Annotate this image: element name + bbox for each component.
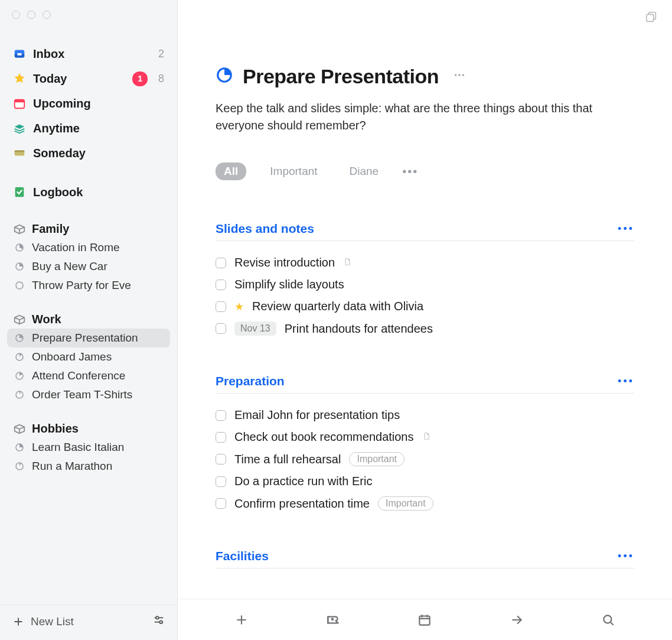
task-row[interactable]: Email John for presentation tips <box>216 404 634 426</box>
project-prepare-presentation[interactable]: Prepare Presentation <box>7 329 170 347</box>
task-checkbox[interactable] <box>216 280 226 290</box>
sidebar-item-anytime[interactable]: Anytime <box>7 116 170 141</box>
section-more-button[interactable]: ••• <box>618 223 634 235</box>
task-checkbox[interactable] <box>216 454 226 464</box>
sidebar-item-label: Inbox <box>33 45 151 63</box>
section-header[interactable]: Facilities ••• <box>216 549 634 568</box>
sidebar-item-today[interactable]: Today 1 8 <box>7 66 170 91</box>
task-checkbox[interactable] <box>216 410 226 421</box>
project-throw-party-for-eve[interactable]: Throw Party for Eve <box>7 276 170 295</box>
new-todo-button[interactable] <box>224 612 259 628</box>
svg-rect-20 <box>647 14 654 21</box>
new-heading-button[interactable] <box>315 612 351 628</box>
project-progress-icon <box>13 460 26 473</box>
sidebar-item-count: 2 <box>158 46 164 62</box>
filter-chip-all[interactable]: All <box>216 163 246 180</box>
filter-chip-important[interactable]: Important <box>262 163 325 180</box>
project-label: Order Team T-Shirts <box>32 388 164 401</box>
task-row[interactable]: Do a practice run with Eric <box>216 470 634 492</box>
minimize-window-button[interactable] <box>27 11 35 19</box>
sidebar-item-upcoming[interactable]: Upcoming <box>7 91 170 116</box>
settings-button[interactable] <box>152 613 165 629</box>
filter-chip-diane[interactable]: Diane <box>341 163 387 180</box>
task-row[interactable]: Time a full rehearsal Important <box>216 448 634 470</box>
section-more-button[interactable]: ••• <box>618 375 634 388</box>
svg-rect-25 <box>420 616 430 625</box>
section-more-button[interactable]: ••• <box>618 550 634 563</box>
project-label: Prepare Presentation <box>32 332 164 345</box>
task-checkbox[interactable] <box>216 498 226 509</box>
task-row[interactable]: Confirm presentation time Important <box>216 492 634 515</box>
sidebar-item-logbook[interactable]: Logbook <box>7 180 170 204</box>
project-progress-icon <box>13 388 26 401</box>
svg-point-10 <box>16 282 23 289</box>
sidebar-item-label: Today <box>33 70 125 87</box>
search-button[interactable] <box>591 612 626 628</box>
bottom-toolbar <box>178 599 672 640</box>
section-title: Facilities <box>216 549 269 563</box>
area-header-hobbies[interactable]: Hobbies <box>7 418 170 438</box>
fullscreen-window-button[interactable] <box>43 11 51 19</box>
svg-rect-4 <box>15 100 25 103</box>
filter-more-button[interactable]: ••• <box>402 165 418 178</box>
project-order-team-t-shirts[interactable]: Order Team T-Shirts <box>7 385 170 404</box>
section-header[interactable]: Slides and notes ••• <box>216 222 634 241</box>
section-facilities: Facilities ••• <box>216 549 634 568</box>
area-box-icon <box>13 223 26 236</box>
area-work: Work Prepare Presentation Onboard James … <box>7 309 170 404</box>
svg-point-24 <box>462 74 465 76</box>
new-window-button[interactable] <box>645 11 658 27</box>
new-list-label: New List <box>31 615 74 628</box>
svg-point-23 <box>458 74 461 76</box>
sidebar-item-someday[interactable]: Someday <box>7 141 170 165</box>
close-window-button[interactable] <box>12 11 20 19</box>
task-checkbox[interactable] <box>216 476 226 487</box>
sidebar-item-inbox[interactable]: Inbox 2 <box>7 41 170 66</box>
task-row[interactable]: Revise introduction <box>216 252 634 274</box>
window-traffic-lights <box>0 0 177 25</box>
task-row[interactable]: Nov 13 Print handouts for attendees <box>216 317 634 340</box>
project-attend-conference[interactable]: Attend Conference <box>7 366 170 385</box>
new-list-button[interactable]: New List <box>12 615 74 628</box>
task-row[interactable]: Check out book recommendations <box>216 426 634 448</box>
note-icon <box>343 256 351 269</box>
task-tag-chip[interactable]: Important <box>349 452 404 466</box>
task-checkbox[interactable] <box>216 432 226 443</box>
task-checkbox[interactable] <box>216 258 226 268</box>
task-row[interactable]: Simplify slide layouts <box>216 274 634 295</box>
task-checkbox[interactable] <box>216 301 226 312</box>
sidebar-item-label: Anytime <box>33 119 164 137</box>
sidebar: Inbox 2 Today 1 8 Upcoming <box>0 0 178 640</box>
project-notes[interactable]: Keep the talk and slides simple: what ar… <box>216 100 605 134</box>
today-badge: 1 <box>132 72 148 86</box>
project-progress-icon <box>13 279 26 292</box>
project-progress-icon <box>13 441 26 454</box>
task-checkbox[interactable] <box>216 323 226 334</box>
section-header[interactable]: Preparation ••• <box>216 374 634 394</box>
move-button[interactable] <box>499 612 534 628</box>
today-star-icon: ★ <box>234 300 244 313</box>
project-label: Run a Marathon <box>32 460 164 473</box>
project-vacation-in-rome[interactable]: Vacation in Rome <box>7 238 170 257</box>
task-date-chip: Nov 13 <box>234 321 276 336</box>
task-text: Review quarterly data with Olivia <box>252 300 423 313</box>
task-row[interactable]: ★ Review quarterly data with Olivia <box>216 295 634 317</box>
project-buy-a-new-car[interactable]: Buy a New Car <box>7 257 170 276</box>
area-box-icon <box>13 423 26 436</box>
project-progress-icon <box>13 350 26 363</box>
project-run-a-marathon[interactable]: Run a Marathon <box>7 457 170 476</box>
area-header-work[interactable]: Work <box>7 309 170 329</box>
task-text: Revise introduction <box>234 256 335 269</box>
project-learn-basic-italian[interactable]: Learn Basic Italian <box>7 438 170 457</box>
project-more-button[interactable] <box>453 69 466 85</box>
area-label: Work <box>32 313 61 326</box>
project-onboard-james[interactable]: Onboard James <box>7 347 170 366</box>
smart-lists-group: Inbox 2 Today 1 8 Upcoming <box>7 41 170 165</box>
area-header-family[interactable]: Family <box>7 219 170 238</box>
set-date-button[interactable] <box>407 612 442 628</box>
area-label: Family <box>32 222 69 236</box>
svg-point-18 <box>159 620 162 623</box>
section-slides-and-notes: Slides and notes ••• Revise introduction… <box>216 222 634 340</box>
task-text: Simplify slide layouts <box>234 278 344 291</box>
task-tag-chip[interactable]: Important <box>378 496 433 511</box>
